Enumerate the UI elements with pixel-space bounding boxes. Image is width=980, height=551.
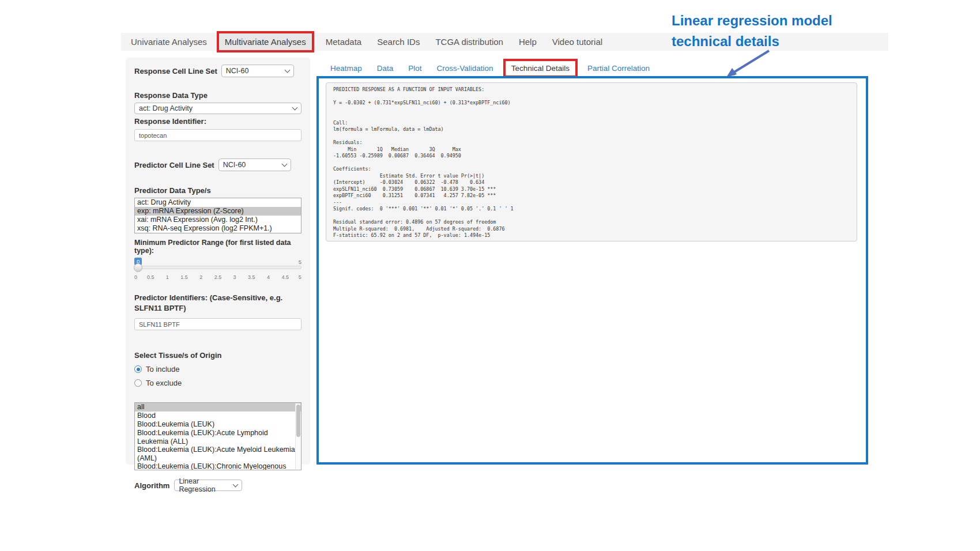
list-item[interactable]: Blood:Leukemia (LEUK):Acute Lymphoid Leu… — [135, 429, 301, 446]
response-data-type-label: Response Data Type — [134, 91, 301, 100]
scrollbar-thumb[interactable] — [296, 405, 300, 437]
radio-label: To exclude — [146, 379, 182, 387]
min-predictor-range-label: Minimum Predictor Range (for first liste… — [134, 239, 301, 255]
control-sidebar: Response Cell Line Set NCI-60 Response D… — [126, 58, 310, 465]
list-item[interactable]: Blood:Leukemia (LEUK):Chronic Myelogenou… — [135, 462, 301, 470]
list-item[interactable]: Blood:Leukemia (LEUK):Acute Myeloid Leuk… — [135, 446, 301, 462]
response-cell-line-set-label: Response Cell Line Set — [134, 67, 217, 76]
tick-label: 1 — [162, 274, 172, 280]
nav-univariate-analyses[interactable]: Univariate Analyses — [125, 37, 213, 47]
response-cell-line-set-select[interactable]: NCI-60 — [221, 65, 294, 77]
predictor-data-types-listbox: act: Drug Activity exp: mRNA Expression … — [134, 198, 301, 233]
algorithm-select[interactable]: Linear Regression — [174, 480, 242, 491]
tab-data[interactable]: Data — [370, 64, 401, 73]
radio-to-include[interactable]: To include — [134, 365, 301, 373]
radio-button-icon[interactable] — [134, 379, 142, 387]
nav-multivariate-analyses[interactable]: Multivariate Analyses — [217, 31, 314, 52]
radio-to-exclude[interactable]: To exclude — [134, 379, 301, 387]
result-tabbar: Heatmap Data Plot Cross-Validation Techn… — [323, 59, 657, 77]
regression-output: PREDICTED RESPONSE AS A FUNCTION OF INPU… — [326, 82, 857, 241]
radio-label: To include — [146, 365, 180, 373]
tab-plot[interactable]: Plot — [401, 64, 429, 73]
technical-details-panel: PREDICTED RESPONSE AS A FUNCTION OF INPU… — [316, 76, 868, 465]
tick-label: 2 — [196, 274, 206, 280]
list-item[interactable]: all — [135, 403, 301, 412]
tick-label: 0 — [134, 274, 139, 280]
list-item[interactable]: xsq: RNA-seq Expression (log2 FPKM+1.) — [135, 224, 301, 233]
response-cell-line-set-value: NCI-60 — [226, 67, 249, 75]
list-item[interactable]: Blood — [135, 412, 301, 420]
tab-technical-details[interactable]: Technical Details — [503, 59, 578, 78]
tick-label: 5 — [297, 274, 301, 280]
radio-button-icon[interactable] — [134, 365, 142, 373]
slider-handle[interactable] — [134, 263, 142, 272]
chevron-down-icon — [281, 161, 287, 167]
tab-cross-validation[interactable]: Cross-Validation — [429, 64, 501, 73]
slider-tick-labels: 0 0.5 1 1.5 2 2.5 3 3.5 4 4.5 5 — [134, 274, 301, 280]
response-identifier-label: Response Identifier: — [134, 117, 301, 126]
list-item[interactable]: Blood:Leukemia (LEUK) — [135, 420, 301, 429]
slider-track[interactable] — [134, 266, 301, 269]
min-predictor-range-slider: 0 5 0 0.5 1 1.5 2 2.5 3 3.5 4 4.5 5 — [134, 258, 301, 280]
list-item[interactable]: xai: mRNA Expression (Avg. log2 Int.) — [135, 216, 301, 224]
list-item[interactable]: exp: mRNA Expression (Z-Score) — [135, 207, 301, 216]
slider-max-label: 5 — [299, 259, 301, 265]
predictor-cell-line-set-select[interactable]: NCI-60 — [218, 158, 291, 171]
nav-video-tutorial[interactable]: Video tutorial — [546, 37, 608, 47]
chevron-down-icon — [284, 67, 290, 73]
tick-label: 0.5 — [145, 274, 156, 280]
nav-metadata[interactable]: Metadata — [320, 37, 368, 47]
predictor-identifiers-label: Predictor Identifiers: (Case-Sensitive, … — [134, 293, 301, 314]
tick-label: 4 — [263, 274, 274, 280]
predictor-identifiers-input[interactable] — [134, 318, 301, 330]
tissue-origin-label: Select Tissue/s of Origin — [134, 351, 301, 360]
tissue-origin-listbox: all Blood Blood:Leukemia (LEUK) Blood:Le… — [134, 402, 301, 470]
chevron-down-icon — [292, 104, 298, 110]
algorithm-label: Algorithm — [134, 481, 169, 490]
tick-label: 3 — [229, 274, 240, 280]
response-identifier-input[interactable] — [134, 129, 301, 141]
tick-label: 3.5 — [246, 274, 257, 280]
algorithm-value: Linear Regression — [179, 477, 233, 493]
annotation-text: Linear regression model technical detail… — [672, 10, 862, 51]
tick-label: 4.5 — [280, 274, 291, 280]
nav-search-ids[interactable]: Search IDs — [371, 37, 425, 47]
list-item[interactable]: act: Drug Activity — [135, 198, 301, 207]
scrollbar[interactable] — [295, 403, 300, 469]
predictor-cell-line-set-value: NCI-60 — [223, 161, 246, 169]
response-data-type-select[interactable]: act: Drug Activity — [134, 103, 301, 114]
tick-label: 2.5 — [213, 274, 223, 280]
predictor-data-types-label: Predictor Data Type/s — [134, 186, 301, 195]
nav-tcga-distribution[interactable]: TCGA distribution — [429, 37, 509, 47]
tab-partial-correlation[interactable]: Partial Correlation — [580, 64, 657, 73]
chevron-down-icon — [233, 481, 239, 487]
nav-help[interactable]: Help — [513, 37, 542, 47]
response-data-type-value: act: Drug Activity — [139, 104, 193, 112]
predictor-cell-line-set-label: Predictor Cell Line Set — [134, 161, 214, 169]
tab-heatmap[interactable]: Heatmap — [323, 64, 370, 73]
tick-label: 1.5 — [179, 274, 190, 280]
